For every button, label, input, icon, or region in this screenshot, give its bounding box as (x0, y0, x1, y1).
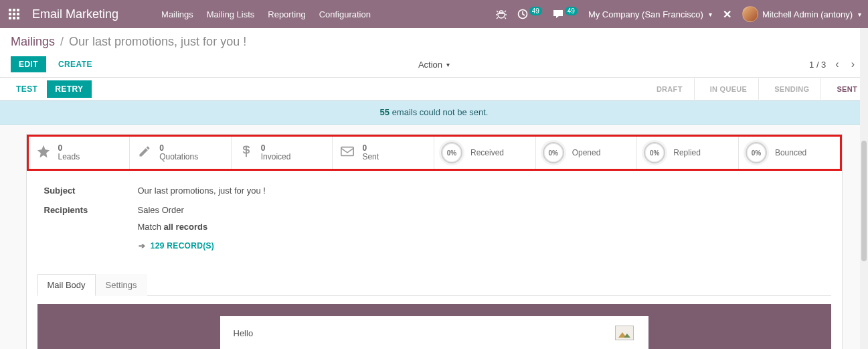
activities-badge: 49 (529, 7, 542, 15)
breadcrumb-current: Our last promotions, just for you ! (69, 35, 246, 49)
svg-rect-10 (341, 147, 353, 155)
breadcrumb-root[interactable]: Mailings (11, 35, 55, 49)
records-link-text: 129 RECORD(S) (151, 241, 214, 251)
arrow-right-icon: ➔ (139, 241, 145, 251)
form-sheet: 0 Leads 0 Quotations 0 Invoi (26, 134, 843, 349)
breadcrumb: Mailings / Our last promotions, just for… (11, 35, 857, 49)
stat-opened[interactable]: 0% Opened (536, 137, 638, 169)
svg-rect-0 (9, 9, 11, 11)
dollar-icon (238, 144, 254, 162)
match-prefix: Match (138, 222, 164, 232)
pager-next[interactable]: › (849, 58, 857, 70)
scrollbar-thumb[interactable] (861, 141, 867, 261)
apps-icon[interactable] (0, 0, 28, 28)
svg-rect-4 (13, 13, 15, 15)
company-switcher[interactable]: My Company (San Francisco) ▾ (588, 9, 712, 19)
company-name: My Company (San Francisco) (588, 9, 703, 19)
pager: 1 / 3 ‹ › (809, 58, 857, 70)
caret-down-icon: ▾ (858, 11, 861, 18)
stat-leads[interactable]: 0 Leads (29, 137, 131, 169)
stat-quotations-label: Quotations (159, 153, 198, 161)
stat-bounced-label: Bounced (775, 148, 806, 157)
svg-rect-1 (13, 9, 15, 11)
stat-leads-label: Leads (58, 153, 80, 161)
svg-rect-6 (9, 17, 11, 19)
match-bold: all records (164, 222, 208, 232)
mail-greeting: Hello (234, 328, 635, 338)
test-button[interactable]: TEST (9, 80, 44, 98)
alert-count: 55 (380, 107, 389, 117)
star-icon (35, 144, 52, 162)
user-name: Mitchell Admin (antony) (762, 9, 853, 19)
action-dropdown[interactable]: Action ▾ (418, 60, 450, 70)
stat-bounced[interactable]: 0% Bounced (739, 137, 840, 169)
stat-sent-label: Sent (362, 153, 379, 161)
tabs: Mail Body Settings (37, 273, 831, 296)
create-button[interactable]: CREATE (52, 56, 99, 72)
form-fields: Subject Our last promotions, just for yo… (27, 171, 842, 261)
ring-received: 0% (441, 142, 462, 163)
menu-mailings[interactable]: Mailings (161, 9, 193, 19)
svg-rect-8 (17, 17, 19, 19)
app-brand[interactable]: Email Marketing (28, 7, 128, 21)
svg-rect-7 (13, 17, 15, 19)
menu-mailing-lists[interactable]: Mailing Lists (207, 9, 255, 19)
alert-text: emails could not be sent. (389, 107, 488, 117)
activities-icon[interactable]: 49 (517, 9, 542, 19)
mail-body-area: Hello (37, 304, 831, 349)
mail-body-preview: Hello (220, 316, 648, 349)
pager-prev[interactable]: ‹ (833, 58, 841, 70)
value-subject: Our last promotions, just for you ! (138, 186, 266, 196)
menu-reporting[interactable]: Reporting (268, 9, 305, 19)
stat-invoiced[interactable]: 0 Invoiced (232, 137, 333, 169)
stat-button-row: 0 Leads 0 Quotations 0 Invoi (27, 135, 842, 171)
stat-invoiced-label: Invoiced (261, 153, 291, 161)
top-navbar: Email Marketing Mailings Mailing Lists R… (0, 0, 868, 28)
stat-received-label: Received (470, 148, 504, 157)
breadcrumb-separator: / (60, 35, 64, 49)
retry-button[interactable]: RETRY (47, 80, 91, 98)
control-bar: Mailings / Our last promotions, just for… (0, 28, 868, 78)
pager-text: 1 / 3 (809, 60, 826, 70)
svg-rect-3 (9, 13, 11, 15)
messages-badge: 49 (565, 7, 578, 15)
label-subject: Subject (44, 186, 138, 196)
alert-banner: 55 emails could not be sent. (0, 100, 868, 125)
stat-quotations[interactable]: 0 Quotations (130, 137, 232, 169)
stage-draft[interactable]: DRAFT (640, 78, 693, 100)
pencil-icon (137, 145, 153, 161)
stages-bar: TEST RETRY DRAFT IN QUEUE SENDING SENT (0, 78, 868, 100)
edit-button[interactable]: EDIT (11, 56, 46, 72)
close-icon[interactable]: ✕ (723, 8, 731, 21)
envelope-icon (339, 144, 355, 162)
svg-rect-2 (17, 9, 19, 11)
stat-sent[interactable]: 0 Sent (333, 137, 434, 169)
menu-configuration[interactable]: Configuration (319, 9, 371, 19)
stage-sending[interactable]: SENDING (758, 78, 820, 100)
nav-right: 49 49 My Company (San Francisco) ▾ ✕ Mit… (496, 6, 861, 22)
caret-down-icon: ▾ (446, 61, 450, 68)
svg-rect-5 (17, 13, 19, 15)
tab-mail-body[interactable]: Mail Body (37, 274, 96, 296)
ring-bounced: 0% (746, 142, 767, 163)
action-label: Action (418, 60, 442, 70)
stage-in-queue[interactable]: IN QUEUE (693, 78, 758, 100)
user-menu[interactable]: Mitchell Admin (antony) ▾ (742, 6, 861, 22)
tab-settings[interactable]: Settings (96, 274, 147, 296)
ring-opened: 0% (543, 142, 564, 163)
stat-received[interactable]: 0% Received (434, 137, 536, 169)
caret-down-icon: ▾ (709, 11, 712, 18)
stat-opened-label: Opened (572, 148, 601, 157)
value-recipients: Sales Order (138, 205, 215, 215)
content-area: 0 Leads 0 Quotations 0 Invoi (0, 134, 868, 349)
label-recipients: Recipients (44, 205, 138, 251)
image-placeholder-icon (615, 326, 634, 340)
messages-icon[interactable]: 49 (553, 9, 578, 19)
main-menu: Mailings Mailing Lists Reporting Configu… (161, 9, 371, 19)
records-link[interactable]: ➔ 129 RECORD(S) (139, 241, 215, 251)
stat-replied-label: Replied (673, 148, 701, 157)
status-stages: DRAFT IN QUEUE SENDING SENT (640, 78, 868, 100)
ring-replied: 0% (644, 142, 665, 163)
debug-icon[interactable] (496, 9, 507, 19)
stat-replied[interactable]: 0% Replied (637, 137, 739, 169)
